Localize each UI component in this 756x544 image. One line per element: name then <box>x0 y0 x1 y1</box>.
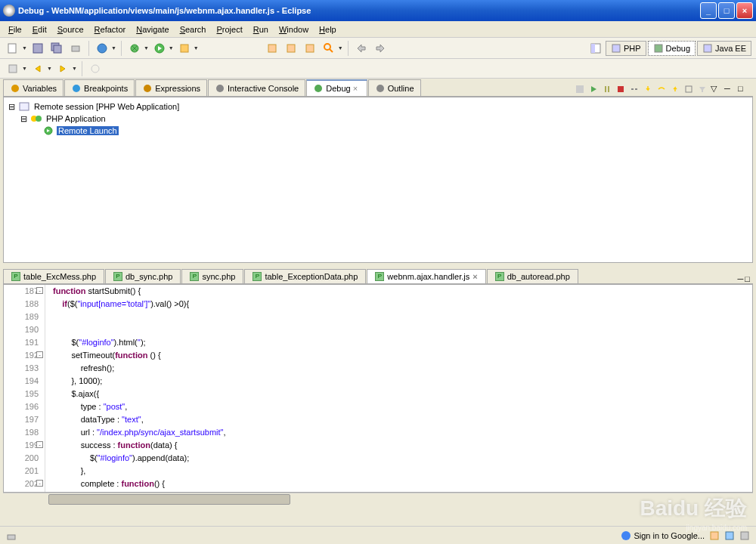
menu-file[interactable]: File <box>3 23 27 36</box>
external-tools-button[interactable] <box>176 40 193 57</box>
menubar: FileEditSourceRefactorNavigateSearchProj… <box>0 21 756 38</box>
app-icon <box>3 5 15 17</box>
view-tab-variables[interactable]: Variables <box>3 79 64 96</box>
updates-icon[interactable] <box>724 530 735 541</box>
step-over-icon[interactable] <box>656 84 668 96</box>
tree-row-session[interactable]: ⊟ Remote session [PHP Web Application] <box>7 100 749 113</box>
use-step-filters-icon[interactable] <box>697 84 709 96</box>
toggle-mark-button[interactable] <box>5 60 21 77</box>
code-line: type : "post", <box>53 400 752 413</box>
step-into-icon[interactable] <box>643 84 655 96</box>
collapse-icon[interactable]: ⊟ <box>19 114 28 124</box>
fold-icon[interactable]: - <box>36 480 43 487</box>
tasks-icon[interactable] <box>709 530 720 541</box>
google-icon <box>621 530 631 541</box>
menu-source[interactable]: Source <box>52 23 89 36</box>
browser-button[interactable] <box>94 40 110 57</box>
close-tab-icon[interactable]: × <box>353 84 361 93</box>
fold-icon[interactable]: - <box>36 351 43 358</box>
fold-icon[interactable]: - <box>36 287 43 294</box>
close-tab-icon[interactable]: × <box>472 272 477 281</box>
close-button[interactable]: × <box>736 2 753 19</box>
line-number: 200 <box>4 452 39 465</box>
svg-rect-18 <box>704 45 711 52</box>
editor-tab[interactable]: Pwebnm.ajax.handler.js× <box>367 269 485 283</box>
print-button[interactable] <box>67 40 84 57</box>
tree-row-app[interactable]: ⊟ PHP Application <box>7 113 749 125</box>
svg-rect-8 <box>181 45 188 52</box>
editor-tab[interactable]: Psync.php <box>181 269 243 283</box>
code-editor[interactable]: 187-188189190191192-19319419519619719819… <box>3 284 753 493</box>
svg-point-26 <box>376 85 384 92</box>
editor-tab[interactable]: Pdb_sync.php <box>105 269 181 283</box>
minimize-button[interactable]: _ <box>700 2 717 19</box>
code-content[interactable]: function startSubmit() { if($("input[nam… <box>45 285 752 492</box>
open-type-button[interactable] <box>264 40 280 57</box>
svg-point-37 <box>621 531 631 540</box>
debug-button[interactable] <box>126 40 143 57</box>
back-button[interactable] <box>29 60 46 77</box>
editor-tab[interactable]: Pdb_autoread.php <box>487 269 578 283</box>
maximize-button[interactable]: □ <box>718 2 735 19</box>
menu-search[interactable]: Search <box>175 23 212 36</box>
perspective-debug[interactable]: Debug <box>648 41 696 56</box>
last-edit-button[interactable] <box>353 40 370 57</box>
line-number: 202- <box>4 478 39 490</box>
open-task-2-button[interactable] <box>302 40 318 57</box>
remove-terminated-icon[interactable] <box>575 84 587 96</box>
view-tab-outline[interactable]: Outline <box>368 79 421 96</box>
terminate-icon[interactable] <box>615 84 627 96</box>
minimize-view-icon[interactable]: ─ <box>724 84 736 96</box>
next-edit-button[interactable] <box>372 40 389 57</box>
resume-icon[interactable] <box>588 84 600 96</box>
view-tab-interactive-console[interactable]: Interactive Console <box>208 79 305 96</box>
trim-icon[interactable] <box>739 530 750 541</box>
suspend-icon[interactable] <box>602 84 614 96</box>
disconnect-icon[interactable] <box>629 84 641 96</box>
new-button[interactable] <box>5 40 21 57</box>
open-task-button[interactable] <box>283 40 299 57</box>
code-line: $("#loginfo").append(data); <box>53 452 752 465</box>
minimize-editor-icon[interactable]: ─ <box>738 274 744 283</box>
svg-rect-0 <box>8 44 16 53</box>
horizontal-scrollbar[interactable] <box>3 493 753 506</box>
view-tab-breakpoints[interactable]: Breakpoints <box>64 79 135 96</box>
line-number: 194 <box>4 375 39 388</box>
save-all-button[interactable] <box>48 40 65 57</box>
menu-window[interactable]: Window <box>274 23 314 36</box>
open-perspective-button[interactable] <box>587 40 604 57</box>
forward-button[interactable] <box>54 60 71 77</box>
view-menu-icon[interactable]: ▽ <box>711 84 723 96</box>
menu-navigate[interactable]: Navigate <box>131 23 174 36</box>
search-button[interactable] <box>321 40 337 57</box>
editor-tab[interactable]: Ptable_ExcMess.php <box>3 269 104 283</box>
maximize-view-icon[interactable]: □ <box>738 84 750 96</box>
save-button[interactable] <box>29 40 46 57</box>
skip-breakpoints-button[interactable] <box>87 60 104 77</box>
line-number: 192- <box>4 349 39 362</box>
svg-rect-39 <box>726 532 733 539</box>
svg-rect-17 <box>655 45 662 52</box>
svg-rect-11 <box>306 45 314 52</box>
scrollbar-thumb[interactable] <box>48 494 290 505</box>
menu-edit[interactable]: Edit <box>27 23 52 36</box>
menu-project[interactable]: Project <box>212 23 248 36</box>
menu-refactor[interactable]: Refactor <box>89 23 132 36</box>
tree-row-launch[interactable]: Remote Launch <box>7 125 749 137</box>
sign-in-google-link[interactable]: Sign in to Google... <box>621 530 705 541</box>
run-button[interactable] <box>151 40 168 57</box>
editor-tab[interactable]: Ptable_ExceptionData.php <box>244 269 366 283</box>
line-number: 188 <box>4 298 39 311</box>
tree-label: PHP Application <box>45 114 107 123</box>
menu-run[interactable]: Run <box>248 23 274 36</box>
drop-frame-icon[interactable] <box>683 84 696 96</box>
view-tab-expressions[interactable]: Expressions <box>135 79 207 96</box>
perspective-java-ee[interactable]: Java EE <box>697 41 751 56</box>
perspective-php[interactable]: PHP <box>606 41 646 56</box>
fold-icon[interactable]: - <box>36 441 43 448</box>
menu-help[interactable]: Help <box>314 23 342 36</box>
collapse-icon[interactable]: ⊟ <box>7 102 16 112</box>
step-return-icon[interactable] <box>670 84 682 96</box>
view-tab-debug[interactable]: Debug× <box>306 79 367 96</box>
maximize-editor-icon[interactable]: □ <box>745 274 750 283</box>
